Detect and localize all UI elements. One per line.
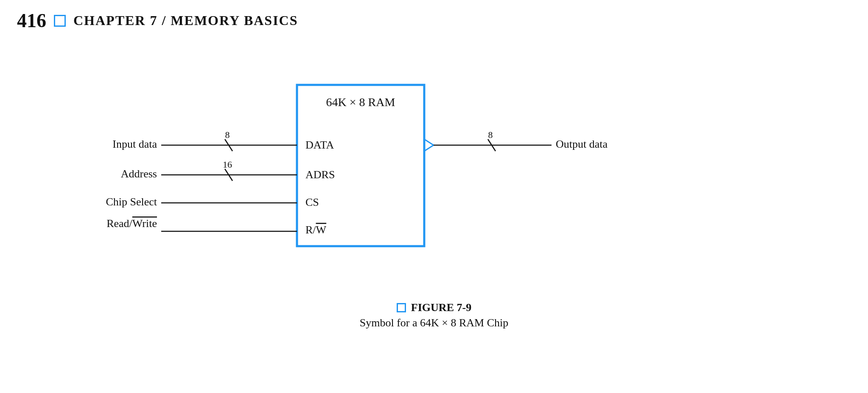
pin-cs-label: CS	[305, 196, 319, 208]
output-triangle	[424, 139, 434, 151]
pin-adrs-label: ADRS	[305, 168, 335, 181]
figure-subtitle: Symbol for a 64K × 8 RAM Chip	[0, 317, 868, 329]
read-write-label: Read/Write	[106, 217, 157, 230]
input-data-label: Input data	[112, 138, 157, 150]
pin-rw-label: R/W	[305, 224, 327, 236]
circuit-diagram: 64K × 8 RAM DATA ADRS CS R/W 8 Input dat…	[0, 51, 868, 306]
pin-data-label: DATA	[305, 139, 334, 151]
figure-title: FIGURE 7-9	[411, 301, 471, 314]
figure-caption-box-icon	[397, 303, 406, 312]
ram-chip-box	[297, 85, 424, 246]
address-bus-num: 16	[223, 159, 232, 170]
page-number: 416	[17, 9, 46, 32]
input-data-bus-num: 8	[225, 129, 230, 140]
header-square-icon	[54, 15, 66, 27]
figure-caption: FIGURE 7-9 Symbol for a 64K × 8 RAM Chip	[0, 301, 868, 329]
header-title: CHAPTER 7 / MEMORY BASICS	[73, 13, 298, 28]
ram-label: 64K × 8 RAM	[326, 95, 395, 109]
address-label: Address	[121, 168, 157, 180]
chip-select-label: Chip Select	[106, 196, 157, 208]
header: 416 CHAPTER 7 / MEMORY BASICS	[0, 0, 868, 32]
output-data-bus-num: 8	[488, 129, 493, 140]
output-data-label: Output data	[556, 138, 608, 150]
diagram-area: 64K × 8 RAM DATA ADRS CS R/W 8 Input dat…	[0, 51, 868, 340]
page: 416 CHAPTER 7 / MEMORY BASICS 64K × 8 RA…	[0, 0, 868, 393]
figure-caption-title-line: FIGURE 7-9	[0, 301, 868, 314]
